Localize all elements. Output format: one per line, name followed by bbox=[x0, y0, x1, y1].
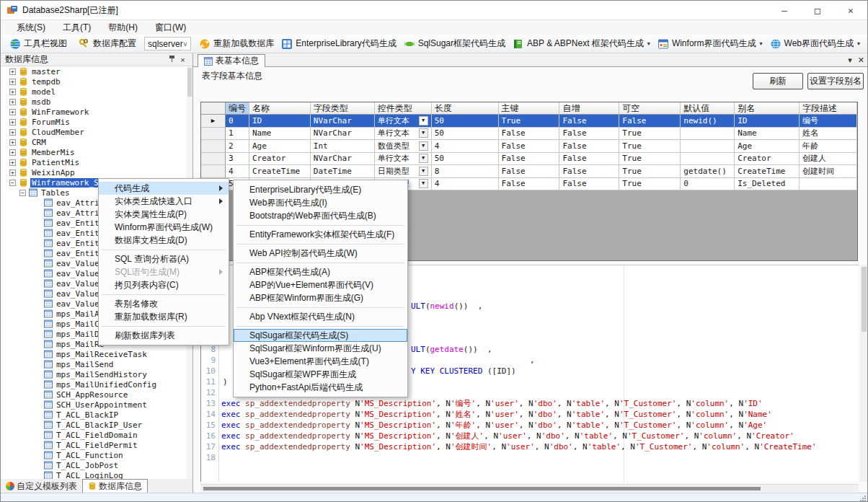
combo-dropdown-button[interactable]: ▼ bbox=[419, 154, 428, 163]
context-menu-item-10[interactable]: 表别名修改 bbox=[99, 297, 229, 310]
tree-item-table-mps_MailUnifiedConfig[interactable]: mps_MailUnifiedConfig bbox=[1, 379, 187, 389]
maximize-button[interactable]: □ bbox=[801, 1, 834, 20]
grid-cell-0-5[interactable]: True bbox=[499, 115, 560, 128]
grid-cell-3-9[interactable]: Creator bbox=[735, 153, 800, 166]
grid-cell-0-0[interactable]: 0 bbox=[226, 115, 249, 128]
grid-cell-1-6[interactable]: False bbox=[559, 128, 619, 141]
dock-tab-1[interactable]: 数据库信息 bbox=[82, 479, 148, 493]
tree-expand-toggle[interactable]: + bbox=[9, 129, 16, 136]
refresh-button[interactable]: 刷新 bbox=[753, 73, 803, 89]
submenu-item-12[interactable]: Abp VNext框架代码生成(N) bbox=[234, 310, 407, 323]
grid-header-0[interactable]: 编号 bbox=[226, 102, 249, 115]
tree-item-table-T_ACL_BlackIP[interactable]: T_ACL_BlackIP bbox=[1, 410, 187, 420]
grid-header-6[interactable]: 自增 bbox=[559, 102, 619, 115]
toolbar-web-button[interactable]: Web界面代码生成 ▾ bbox=[766, 36, 864, 51]
grid-row-1[interactable]: 1NameNVarChar单行文本▼50FalseFalseTrueName姓名 bbox=[201, 128, 857, 141]
grid-cell-0-8[interactable]: newid() bbox=[681, 115, 735, 128]
grid-cell-4-9[interactable]: CreateTime bbox=[735, 165, 800, 178]
set-field-alias-button[interactable]: 设置字段别名 bbox=[807, 73, 864, 89]
grid-row-3[interactable]: 3CreatorNVarChar单行文本▼50FalseFalseTrueCre… bbox=[201, 153, 857, 166]
grid-header-10[interactable]: 字段描述 bbox=[800, 102, 857, 115]
grid-cell-0-9[interactable]: ID bbox=[735, 115, 800, 128]
tree-item-db-ForumMis[interactable]: +ForumMis bbox=[1, 117, 187, 127]
tree-expand-toggle[interactable]: + bbox=[9, 109, 16, 115]
tree-expand-toggle[interactable]: − bbox=[9, 180, 16, 186]
grid-cell-5-9[interactable]: Is_Deleted bbox=[735, 178, 800, 191]
grid-cell-0-7[interactable]: False bbox=[619, 115, 681, 128]
submenu-item-9[interactable]: ABP的Vue+Element界面代码(V) bbox=[234, 278, 407, 291]
tree-item-table-SCH_AppResource[interactable]: SCH_AppResource bbox=[1, 389, 187, 400]
grid-cell-3-3[interactable]: 单行文本▼ bbox=[375, 153, 432, 166]
grid-cell-1-1[interactable]: Name bbox=[249, 128, 311, 141]
row-header-3[interactable] bbox=[201, 153, 226, 166]
submenu-item-4[interactable]: EntityFramework实体框架代码生成(F) bbox=[234, 228, 407, 241]
grid-cell-5-5[interactable]: False bbox=[499, 178, 560, 191]
grid-header-9[interactable]: 别名 bbox=[735, 102, 800, 115]
grid-cell-2-10[interactable]: 年龄 bbox=[800, 140, 857, 153]
menubar-item-0[interactable]: 系统(S) bbox=[8, 20, 54, 35]
tree-expand-toggle[interactable]: + bbox=[9, 119, 16, 126]
grid-cell-1-4[interactable]: 50 bbox=[432, 128, 499, 141]
context-menu-item-8[interactable]: 拷贝列表内容(C) bbox=[99, 278, 229, 291]
grid-cell-3-6[interactable]: False bbox=[559, 153, 619, 166]
grid-cell-0-10[interactable]: 编号 bbox=[800, 115, 857, 128]
tree-item-table-mps_MailSendHistory[interactable]: mps_MailSendHistory bbox=[1, 369, 187, 379]
grid-cell-3-7[interactable]: True bbox=[619, 153, 681, 166]
grid-cell-5-10[interactable] bbox=[800, 178, 857, 191]
toolbar-dbconfig-button[interactable]: 数据库配置 bbox=[75, 36, 140, 51]
grid-cell-4-4[interactable]: 8 bbox=[432, 165, 499, 178]
menubar-item-2[interactable]: 帮助(H) bbox=[99, 20, 146, 35]
grid-cell-4-10[interactable]: 创建时间 bbox=[800, 165, 857, 178]
tree-expand-toggle[interactable]: + bbox=[9, 79, 16, 85]
combo-dropdown-button[interactable]: ▼ bbox=[419, 167, 428, 176]
grid-cell-4-3[interactable]: 日期类型▼ bbox=[375, 165, 432, 178]
tree-item-db-master[interactable]: +master bbox=[1, 66, 187, 76]
close-button[interactable]: × bbox=[834, 1, 867, 20]
row-header-2[interactable] bbox=[201, 140, 226, 153]
tree-expand-toggle[interactable]: + bbox=[9, 159, 16, 166]
grid-row-0[interactable]: ▶0IDNVarChar单行文本▼50TrueFalseFalsenewid()… bbox=[201, 115, 857, 128]
toolbar-sqlsugar-button[interactable]: SqlSugar框架代码生成 bbox=[400, 36, 509, 51]
grid-cell-5-7[interactable]: True bbox=[619, 178, 681, 191]
grid-cell-4-1[interactable]: CreateTime bbox=[249, 165, 311, 178]
grid-cell-3-4[interactable]: 50 bbox=[432, 153, 499, 166]
tree-item-db-model[interactable]: +model bbox=[1, 87, 187, 97]
tree-item-table-T_ACL_Function[interactable]: T_ACL_Function bbox=[1, 450, 187, 460]
toolbar-entlib-button[interactable]: EnterpriseLibrary代码生成 bbox=[278, 36, 399, 51]
tree-item-table-T_ACL_LoginLog[interactable]: T_ACL_LoginLog bbox=[1, 470, 187, 479]
tree-item-table-mps_MailReceiveTask[interactable]: mps_MailReceiveTask bbox=[1, 349, 187, 359]
grid-cell-4-8[interactable]: getdate() bbox=[681, 165, 735, 178]
row-header-0[interactable]: ▶ bbox=[201, 115, 226, 128]
submenu-item-10[interactable]: ABP框架Winform界面生成(G) bbox=[234, 291, 407, 304]
grid-cell-2-3[interactable]: 数值类型▼ bbox=[375, 140, 432, 153]
submenu-item-0[interactable]: EnterpriseLibrary代码生成(E) bbox=[234, 183, 407, 196]
grid-cell-2-5[interactable]: False bbox=[499, 140, 560, 153]
grid-cell-4-6[interactable]: False bbox=[559, 165, 619, 178]
grid-cell-2-1[interactable]: Age bbox=[249, 140, 311, 153]
tree-expand-toggle[interactable]: + bbox=[9, 139, 16, 146]
grid-header-4[interactable]: 长度 bbox=[432, 102, 499, 115]
submenu-item-6[interactable]: Web API控制器代码生成(W) bbox=[234, 247, 407, 260]
tree-item-db-WinFramework[interactable]: +WinFramework bbox=[1, 107, 187, 117]
tab-table-basic-info[interactable]: 表基本信息 bbox=[198, 54, 265, 67]
database-type-select[interactable]: sqlserver ∨ bbox=[144, 37, 191, 50]
tree-item-table-T_ACL_FieldPermit[interactable]: T_ACL_FieldPermit bbox=[1, 440, 187, 450]
tree-item-table-SCH_UserAppointment[interactable]: SCH_UserAppointment bbox=[1, 400, 187, 410]
context-menu-item-1[interactable]: 实体类生成快速入口 bbox=[99, 195, 229, 208]
grid-cell-1-8[interactable] bbox=[681, 128, 735, 141]
grid-cell-3-2[interactable]: NVarChar bbox=[311, 153, 375, 166]
tree-expand-toggle[interactable]: + bbox=[9, 149, 16, 156]
context-menu-item-7[interactable]: SQL语句生成(M) bbox=[99, 265, 229, 278]
sql-horizontal-scrollbar[interactable] bbox=[200, 484, 859, 492]
tree-item-table-T_ACL_JobPost[interactable]: T_ACL_JobPost bbox=[1, 460, 187, 470]
grid-cell-0-4[interactable]: 50 bbox=[432, 115, 499, 128]
tree-item-table-T_ACL_BlackIP_User[interactable]: T_ACL_BlackIP_User bbox=[1, 420, 187, 430]
grid-header-2[interactable]: 字段类型 bbox=[311, 102, 375, 115]
toolbar-reload-button[interactable]: 重新加载数据库 bbox=[195, 36, 278, 51]
grid-row-2[interactable]: 2AgeInt数值类型▼4FalseFalseTrueAge年龄 bbox=[201, 140, 857, 153]
menubar-item-1[interactable]: 工具(T) bbox=[54, 20, 99, 35]
context-menu-item-11[interactable]: 重新加载数据库(R) bbox=[99, 310, 229, 323]
combo-dropdown-button[interactable]: ▼ bbox=[419, 141, 428, 151]
context-menu-item-13[interactable]: 刷新数据库列表 bbox=[99, 329, 229, 342]
combo-dropdown-button[interactable]: ▼ bbox=[419, 116, 428, 126]
